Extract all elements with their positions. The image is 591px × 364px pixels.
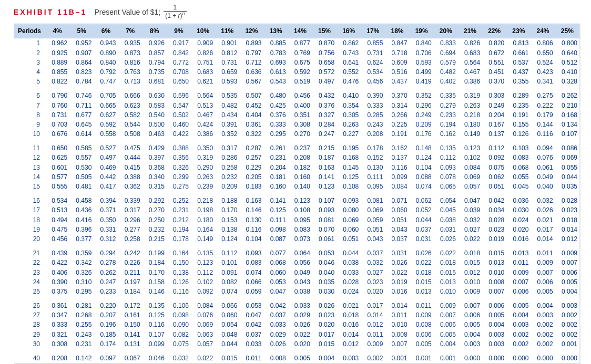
value-cell: 0.020 <box>312 320 337 329</box>
value-cell: 0.555 <box>45 182 69 191</box>
value-cell: 0.018 <box>555 215 579 225</box>
value-cell: 0.013 <box>434 277 458 287</box>
value-cell: 0.077 <box>264 244 288 258</box>
value-cell: 0.326 <box>69 268 94 277</box>
value-cell: 0.252 <box>167 191 191 205</box>
col-rate: 18% <box>385 24 409 38</box>
value-cell: 0.182 <box>288 163 312 172</box>
value-cell: 0.148 <box>410 139 434 153</box>
value-cell: 0.534 <box>361 67 385 77</box>
period-cell: 3 <box>14 58 45 67</box>
value-cell: 0.163 <box>239 191 263 205</box>
value-cell: 0.564 <box>458 58 482 67</box>
value-cell: 0.137 <box>482 129 506 139</box>
value-cell: 0.030 <box>312 287 337 296</box>
period-cell: 18 <box>14 215 45 225</box>
value-cell: 0.037 <box>264 310 288 320</box>
value-cell: 0.044 <box>555 172 579 182</box>
value-cell: 0.021 <box>337 296 361 310</box>
value-cell: 0.009 <box>458 287 482 296</box>
value-cell: 0.016 <box>385 287 409 296</box>
value-cell: 0.864 <box>69 58 94 67</box>
value-cell: 0.020 <box>506 225 531 234</box>
value-cell: 0.162 <box>434 129 458 139</box>
value-cell: 0.002 <box>506 330 531 339</box>
value-cell: 0.017 <box>361 296 385 310</box>
value-cell: 0.007 <box>531 268 555 277</box>
value-cell: 0.693 <box>264 58 288 67</box>
value-cell: 0.630 <box>142 86 167 100</box>
value-cell: 0.000 <box>506 349 531 363</box>
period-cell: 13 <box>14 163 45 172</box>
value-cell: 0.002 <box>531 339 555 349</box>
value-cell: 0.614 <box>69 129 94 139</box>
value-cell: 0.310 <box>69 277 94 287</box>
col-rate: 4% <box>45 24 69 38</box>
period-cell: 5 <box>14 77 45 86</box>
value-cell: 0.475 <box>45 225 69 234</box>
table-row: 250.3750.2950.2330.1840.1460.1160.0920.0… <box>14 287 579 296</box>
value-cell: 0.043 <box>361 234 385 244</box>
value-cell: 0.075 <box>167 339 191 349</box>
table-row: 240.3900.3100.2470.1970.1580.1260.1020.0… <box>14 277 579 287</box>
value-cell: 0.232 <box>142 225 167 234</box>
value-cell: 0.659 <box>215 67 239 77</box>
value-cell: 0.339 <box>118 191 142 205</box>
value-cell: 0.014 <box>385 296 409 310</box>
table-row: 230.4060.3260.2620.2110.1700.1380.1120.0… <box>14 268 579 277</box>
value-cell: 0.038 <box>434 215 458 225</box>
value-cell: 0.760 <box>45 101 69 110</box>
value-cell: 0.593 <box>410 58 434 67</box>
value-cell: 0.534 <box>45 191 69 205</box>
value-cell: 0.855 <box>45 67 69 77</box>
value-cell: 0.014 <box>531 234 555 244</box>
value-cell: 0.130 <box>361 163 385 172</box>
value-cell: 0.386 <box>458 77 482 86</box>
value-cell: 0.013 <box>482 258 506 267</box>
period-cell: 27 <box>14 310 45 320</box>
value-cell: 0.579 <box>434 58 458 67</box>
period-cell: 4 <box>14 67 45 77</box>
value-cell: 0.094 <box>531 139 555 153</box>
value-cell: 0.194 <box>434 120 458 129</box>
value-cell: 0.057 <box>458 182 482 191</box>
value-cell: 0.847 <box>385 38 409 48</box>
value-cell: 0.047 <box>239 310 263 320</box>
value-cell: 0.149 <box>458 129 482 139</box>
value-cell: 0.258 <box>215 163 239 172</box>
value-cell: 0.820 <box>482 38 506 48</box>
value-cell: 0.049 <box>288 268 312 277</box>
value-cell: 0.376 <box>312 101 337 110</box>
value-cell: 0.011 <box>361 330 385 339</box>
period-cell: 15 <box>14 182 45 191</box>
value-cell: 0.233 <box>434 110 458 120</box>
value-cell: 0.677 <box>69 110 94 120</box>
value-cell: 0.011 <box>531 244 555 258</box>
value-cell: 0.091 <box>215 268 239 277</box>
value-cell: 0.812 <box>215 48 239 58</box>
value-cell: 0.033 <box>264 320 288 329</box>
value-cell: 0.008 <box>264 349 288 363</box>
value-cell: 0.164 <box>167 244 191 258</box>
value-cell: 0.009 <box>361 339 385 349</box>
value-cell: 0.142 <box>69 349 94 363</box>
value-cell: 0.354 <box>337 101 361 110</box>
value-cell: 0.084 <box>458 163 482 172</box>
value-cell: 0.026 <box>264 339 288 349</box>
value-cell: 0.090 <box>167 320 191 329</box>
value-cell: 0.137 <box>385 153 409 162</box>
value-cell: 0.012 <box>555 234 579 244</box>
value-cell: 0.356 <box>167 153 191 162</box>
value-cell: 0.231 <box>167 205 191 215</box>
value-cell: 0.009 <box>531 258 555 267</box>
value-cell: 0.107 <box>312 191 337 205</box>
value-cell: 0.772 <box>167 58 191 67</box>
value-cell: 0.059 <box>239 287 263 296</box>
value-cell: 0.505 <box>69 172 94 182</box>
value-cell: 0.005 <box>288 349 312 363</box>
period-cell: 22 <box>14 258 45 267</box>
value-cell: 0.388 <box>118 172 142 182</box>
value-cell: 0.035 <box>555 182 579 191</box>
value-cell: 0.513 <box>45 205 69 215</box>
value-cell: 0.237 <box>288 139 312 153</box>
